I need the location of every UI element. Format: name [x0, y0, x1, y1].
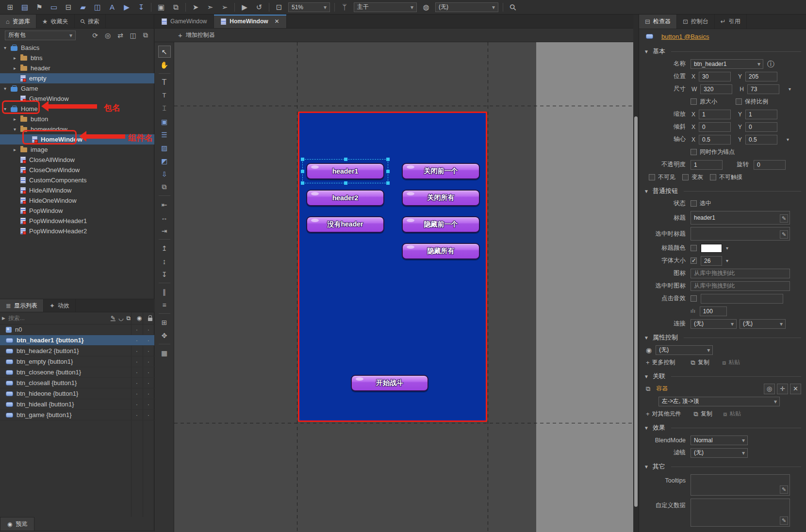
- link-select-2[interactable]: (无): [740, 319, 786, 329]
- align-top-icon[interactable]: ↥: [158, 242, 171, 254]
- search-icon[interactable]: ⚲: [504, 0, 522, 16]
- undo-icon[interactable]: ↺: [252, 1, 266, 13]
- resize-handle[interactable]: [301, 181, 304, 185]
- keep-ratio-checkbox[interactable]: 保持比例: [736, 97, 768, 106]
- select-tool[interactable]: ↖: [158, 46, 171, 58]
- loader-tool[interactable]: ⇩: [158, 168, 171, 180]
- import-icon[interactable]: ↧: [134, 1, 148, 13]
- new-progressbar-icon[interactable]: ▰: [76, 1, 90, 13]
- tab-homewindow[interactable]: HomeWindow ✕: [214, 15, 286, 28]
- selected-state-checkbox[interactable]: 选中: [691, 199, 711, 208]
- stage-button-header1[interactable]: header1: [306, 163, 384, 179]
- size-h-input[interactable]: 73: [747, 84, 779, 94]
- stage-button-hideall[interactable]: 隐藏所有: [402, 243, 480, 259]
- tree-item-image[interactable]: ▸image: [0, 145, 154, 155]
- tree-item-popwindowheader2[interactable]: PopWindowHeader2: [0, 226, 154, 236]
- publish-icon[interactable]: ➤: [188, 1, 203, 13]
- image-tool[interactable]: ▨: [158, 142, 171, 154]
- list-item-btn-closeall[interactable]: btn_closeall {button1}··: [0, 378, 154, 388]
- more-controls-button[interactable]: +更多控制: [646, 358, 675, 367]
- tab-transitions[interactable]: ✦ 动效: [44, 299, 76, 312]
- extension-link[interactable]: button1 @Basics: [661, 33, 709, 40]
- section-button[interactable]: ▼ 普通按钮: [639, 185, 806, 197]
- new-text-icon[interactable]: A: [105, 1, 119, 13]
- volume-input[interactable]: 100: [700, 306, 727, 316]
- grayed-checkbox[interactable]: 变灰: [682, 173, 703, 181]
- tree-item-popwindowheader1[interactable]: PopWindowHeader1: [0, 216, 154, 226]
- filter-select[interactable]: (无): [691, 448, 748, 458]
- blendmode-select[interactable]: Normal: [691, 435, 748, 445]
- list-tool[interactable]: ☰: [158, 129, 171, 141]
- relation-delete-icon[interactable]: ✕: [790, 384, 801, 394]
- tree-item-popwindow[interactable]: PopWindow: [0, 206, 154, 216]
- section-effect[interactable]: ▼ 效果: [639, 422, 806, 434]
- scale-x-input[interactable]: 1: [699, 110, 731, 119]
- list-item-btn-hideall[interactable]: btn_hideall {button1}··: [0, 399, 154, 410]
- resize-handle[interactable]: [344, 181, 347, 185]
- component-stage[interactable]: header1 header2 没有header 关闭前一个 关闭所有 隐藏前一…: [298, 112, 487, 422]
- add-controller-button[interactable]: 增加控制器: [186, 31, 215, 39]
- resize-handle[interactable]: [344, 158, 347, 161]
- selected-icon-drop-field[interactable]: 从库中拖拽到此: [691, 281, 790, 291]
- section-other[interactable]: ▼ 其它: [639, 461, 806, 472]
- expander-icon[interactable]: ▶: [2, 316, 5, 321]
- test-play-icon[interactable]: ▶: [237, 1, 252, 13]
- click-sound-checkbox[interactable]: [691, 295, 697, 302]
- stage-button-closeprev[interactable]: 关闭前一个: [402, 163, 480, 179]
- scrollbar-thumb[interactable]: [634, 116, 638, 507]
- edit-popup-icon[interactable]: ✎: [780, 485, 788, 494]
- align-bottom-icon[interactable]: ↧: [158, 268, 171, 280]
- resize-handle[interactable]: [386, 158, 390, 161]
- stage-button-closeall[interactable]: 关闭所有: [402, 190, 480, 206]
- tree-item-empty[interactable]: empty: [0, 73, 154, 83]
- publish-all-icon[interactable]: ➣: [203, 1, 217, 13]
- tab-search[interactable]: ⚲ 搜索: [75, 15, 106, 28]
- original-size-checkbox[interactable]: 原大小: [691, 97, 717, 106]
- tree-item-closeallwindow[interactable]: CloseAllWindow: [0, 155, 154, 165]
- opacity-input[interactable]: 1: [691, 160, 723, 170]
- pivot-x-input[interactable]: 0.5: [699, 135, 731, 145]
- title-color-checkbox[interactable]: [691, 245, 697, 251]
- tooltips-textarea[interactable]: ✎: [691, 474, 790, 496]
- click-sound-input[interactable]: [701, 294, 783, 304]
- same-size-icon[interactable]: ⊞: [158, 316, 171, 328]
- info-icon[interactable]: ⓘ: [767, 60, 775, 68]
- save-icon[interactable]: ▣: [154, 1, 168, 13]
- preview-monitor-icon[interactable]: ⊡: [272, 1, 286, 13]
- section-property-control[interactable]: ▼ 属性控制: [639, 332, 806, 343]
- sync-icon[interactable]: ⇄: [115, 31, 126, 40]
- grid-icon[interactable]: ▦: [158, 347, 171, 359]
- resize-handle[interactable]: [301, 170, 304, 173]
- new-package-icon[interactable]: ⊞: [3, 1, 17, 13]
- custom-data-textarea[interactable]: ✎: [691, 499, 790, 527]
- tree-item-button[interactable]: ▸button: [0, 114, 154, 124]
- new-slider-icon[interactable]: ◫: [90, 1, 105, 13]
- paste-relations-button[interactable]: ⧇粘贴: [723, 410, 741, 418]
- graph-tool[interactable]: ◩: [158, 155, 171, 167]
- new-button-icon[interactable]: ▭: [47, 1, 61, 13]
- list-item-btn-hideone[interactable]: btn_hideone {button1}··: [0, 388, 154, 399]
- tab-inspector[interactable]: ⊟ 检查器: [639, 15, 677, 29]
- stage-button-hideprev[interactable]: 隐藏前一个: [402, 216, 480, 233]
- split-view-icon[interactable]: ◫: [128, 31, 138, 40]
- tree-item-btns[interactable]: ▸btns: [0, 53, 154, 63]
- skew-x-input[interactable]: 0: [699, 122, 731, 132]
- distribute-v-icon[interactable]: ≡: [158, 299, 171, 311]
- list-item-btn-header1[interactable]: btn_header1 {button1}··: [0, 335, 154, 346]
- list-item-btn-header2[interactable]: btn_header2 {button1}··: [0, 346, 154, 356]
- fit-icon[interactable]: ✥: [158, 329, 171, 341]
- list-item-n0[interactable]: n0··: [0, 324, 154, 335]
- tree-item-game[interactable]: ▾Game: [0, 83, 154, 94]
- invisible-checkbox[interactable]: 不可见: [649, 173, 675, 181]
- tab-display-list[interactable]: ≣ 显示列表: [0, 299, 44, 312]
- package-filter-select[interactable]: 所有包: [5, 31, 76, 40]
- distribute-h-icon[interactable]: ∥: [158, 286, 171, 298]
- tab-console[interactable]: ⊡ 控制台: [677, 15, 715, 29]
- tree-item-gamewindow[interactable]: GameWindow: [0, 94, 154, 104]
- resize-handle[interactable]: [386, 170, 390, 173]
- new-window-icon[interactable]: ⊟: [61, 1, 76, 13]
- relation-mode-select[interactable]: 左->左, 顶->顶: [658, 397, 780, 406]
- stage-button-noheader[interactable]: 没有header: [306, 216, 384, 233]
- section-relations[interactable]: ▼ 关联: [639, 371, 806, 382]
- align-middle-icon[interactable]: ↨: [158, 255, 171, 267]
